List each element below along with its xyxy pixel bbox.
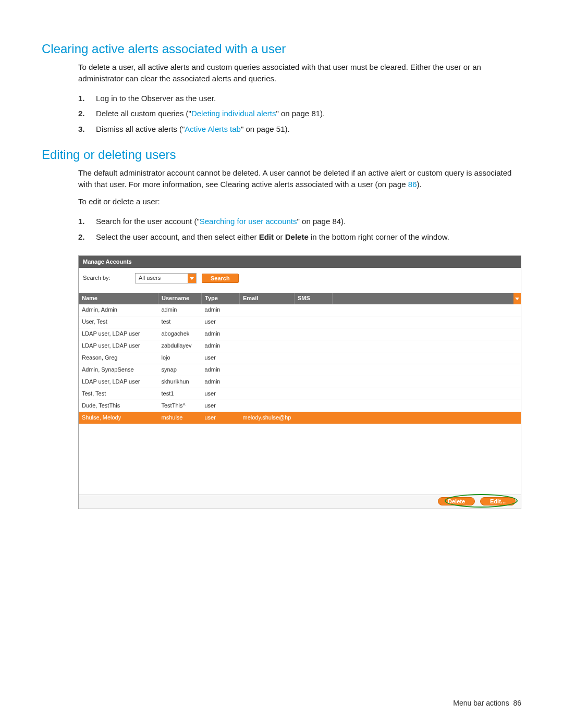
search-by-label: Search by: bbox=[83, 274, 130, 282]
column-header[interactable]: Username bbox=[158, 293, 202, 304]
doc-link[interactable]: Active Alerts tab bbox=[185, 125, 241, 133]
table-cell bbox=[332, 304, 521, 316]
table-cell bbox=[294, 304, 332, 316]
table-row[interactable]: User, Testtestuser bbox=[79, 316, 521, 328]
accounts-table: NameUsernameTypeEmailSMS Admin, Adminadm… bbox=[79, 293, 521, 424]
table-row[interactable]: LDAP user, LDAP userabogachekadmin bbox=[79, 328, 521, 340]
table-cell bbox=[240, 340, 295, 352]
table-cell: Admin, Admin bbox=[79, 304, 158, 316]
table-cell: mshulse bbox=[158, 412, 202, 424]
column-header[interactable] bbox=[332, 293, 521, 304]
table-cell bbox=[240, 352, 295, 364]
table-cell: user bbox=[202, 400, 240, 412]
delete-button[interactable]: Delete bbox=[438, 497, 475, 505]
table-cell: abogachek bbox=[158, 328, 202, 340]
doc-link[interactable]: Deleting individual alerts bbox=[191, 109, 276, 118]
table-cell: LDAP user, LDAP user bbox=[79, 340, 158, 352]
table-cell bbox=[240, 376, 295, 388]
table-cell bbox=[240, 328, 295, 340]
search-button[interactable]: Search bbox=[202, 274, 239, 283]
table-cell bbox=[240, 304, 295, 316]
column-header[interactable]: SMS bbox=[294, 293, 332, 304]
table-cell bbox=[332, 400, 521, 412]
table-cell: Reason, Greg bbox=[79, 352, 158, 364]
search-by-dropdown[interactable]: All users bbox=[135, 273, 197, 283]
table-cell: skhurikhun bbox=[158, 376, 202, 388]
section2-intro: The default administrator account cannot… bbox=[78, 167, 521, 190]
table-cell bbox=[240, 400, 295, 412]
table-cell: Shulse, Melody bbox=[79, 412, 158, 424]
table-cell bbox=[294, 340, 332, 352]
list-item: 2.Delete all custom queries ("Deleting i… bbox=[78, 106, 521, 121]
table-cell: TestThis^ bbox=[158, 400, 202, 412]
dropdown-value: All users bbox=[136, 274, 188, 283]
table-row[interactable]: Reason, Greglojouser bbox=[79, 352, 521, 364]
section1-title: Clearing active alerts associated with a… bbox=[42, 42, 521, 56]
column-header[interactable]: Type bbox=[202, 293, 240, 304]
table-cell: admin bbox=[202, 304, 240, 316]
table-cell: test1 bbox=[158, 388, 202, 400]
edit-button[interactable]: Edit... bbox=[480, 497, 516, 505]
table-cell: Dude, TestThis bbox=[79, 400, 158, 412]
step-number: 1. bbox=[78, 216, 91, 227]
table-cell: admin bbox=[202, 376, 240, 388]
table-cell: user bbox=[202, 352, 240, 364]
table-cell bbox=[294, 376, 332, 388]
column-header[interactable]: Name bbox=[79, 293, 158, 304]
table-cell bbox=[294, 352, 332, 364]
table-cell: admin bbox=[202, 340, 240, 352]
table-cell: user bbox=[202, 388, 240, 400]
list-item: 3.Dismiss all active alerts ("Active Ale… bbox=[78, 121, 521, 137]
table-cell bbox=[332, 328, 521, 340]
section2-lead: To edit or delete a user: bbox=[78, 196, 521, 207]
panel-title: Manage Accounts bbox=[79, 256, 521, 268]
step-number: 1. bbox=[78, 93, 91, 104]
table-cell bbox=[332, 376, 521, 388]
table-cell bbox=[332, 316, 521, 328]
step-number: 2. bbox=[78, 231, 91, 243]
list-item: 1.Log in to the Observer as the user. bbox=[78, 91, 521, 106]
bold-delete: Delete bbox=[285, 232, 309, 241]
table-row[interactable]: Shulse, Melodymshulseusermelody.shulse@h… bbox=[79, 412, 521, 424]
table-cell: zabdullayev bbox=[158, 340, 202, 352]
table-cell: User, Test bbox=[79, 316, 158, 328]
table-row[interactable]: LDAP user, LDAP userskhurikhunadmin bbox=[79, 376, 521, 388]
table-cell: test bbox=[158, 316, 202, 328]
table-corner-icon[interactable] bbox=[513, 293, 521, 304]
table-cell bbox=[294, 328, 332, 340]
table-cell bbox=[294, 412, 332, 424]
step-number: 2. bbox=[78, 108, 91, 119]
table-cell: Test, Test bbox=[79, 388, 158, 400]
table-row[interactable]: Admin, SynapSensesynapadmin bbox=[79, 364, 521, 376]
table-row[interactable]: Admin, Adminadminadmin bbox=[79, 304, 521, 316]
page-footer: Menu bar actions 86 bbox=[453, 699, 521, 707]
panel-footer: Delete Edit... bbox=[79, 495, 521, 509]
step-number: 3. bbox=[78, 124, 91, 135]
doc-link[interactable]: Searching for user accounts bbox=[200, 217, 297, 226]
table-cell bbox=[294, 400, 332, 412]
table-row[interactable]: LDAP user, LDAP userzabdullayevadmin bbox=[79, 340, 521, 352]
bold-edit: Edit bbox=[259, 232, 274, 241]
column-header[interactable]: Email bbox=[240, 293, 295, 304]
page-link-86[interactable]: 86 bbox=[408, 180, 417, 189]
table-cell: user bbox=[202, 316, 240, 328]
chevron-down-icon bbox=[188, 274, 196, 283]
section1-steps: 1.Log in to the Observer as the user.2.D… bbox=[78, 91, 521, 137]
section1-intro: To delete a user, all active alerts and … bbox=[78, 61, 521, 84]
table-cell bbox=[332, 340, 521, 352]
table-cell bbox=[240, 388, 295, 400]
table-cell: admin bbox=[202, 364, 240, 376]
table-row[interactable]: Test, Testtest1user bbox=[79, 388, 521, 400]
table-cell: LDAP user, LDAP user bbox=[79, 328, 158, 340]
table-cell bbox=[332, 388, 521, 400]
list-item: 2.Select the user account, and then sele… bbox=[78, 229, 521, 245]
table-cell bbox=[294, 316, 332, 328]
table-cell: admin bbox=[158, 304, 202, 316]
table-cell bbox=[294, 364, 332, 376]
section2-title: Editing or deleting users bbox=[42, 147, 521, 162]
table-cell bbox=[294, 388, 332, 400]
table-row[interactable]: Dude, TestThisTestThis^user bbox=[79, 400, 521, 412]
table-cell bbox=[332, 364, 521, 376]
table-cell: melody.shulse@hp bbox=[240, 412, 295, 424]
table-cell: lojo bbox=[158, 352, 202, 364]
